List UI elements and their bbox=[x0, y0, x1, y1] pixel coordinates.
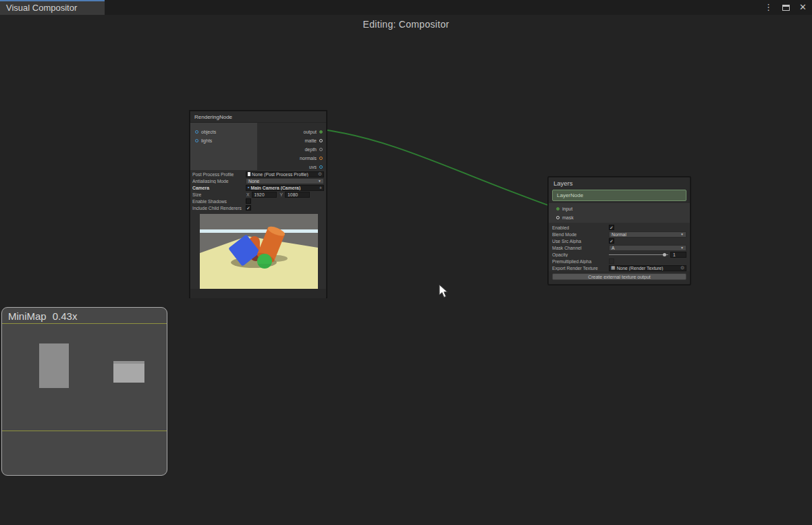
port-normals-dot-icon[interactable] bbox=[319, 157, 323, 160]
size-y-input[interactable]: 1080 bbox=[285, 192, 310, 198]
opacity-slider-knob[interactable] bbox=[663, 253, 666, 256]
property-row-antialiasing-mode: Antialiasing Mode None ▼ bbox=[192, 177, 324, 184]
opacity-slider-track bbox=[609, 254, 668, 255]
mask-channel-value: A bbox=[612, 246, 615, 250]
port-input-dot-icon[interactable] bbox=[556, 207, 560, 211]
rendering-node-properties: Post Process Profile None (Post Process … bbox=[190, 170, 326, 213]
tab-visual-compositor[interactable]: Visual Compositor bbox=[0, 0, 105, 15]
port-matte[interactable]: matte bbox=[304, 136, 323, 145]
port-input[interactable]: input bbox=[556, 204, 572, 213]
port-mask-dot-icon[interactable] bbox=[556, 216, 560, 219]
antialiasing-mode-label: Antialiasing Mode bbox=[192, 179, 246, 184]
minimap-title-text: MiniMap bbox=[8, 310, 47, 322]
property-row-mask-channel: Mask Channel A ▼ bbox=[552, 244, 686, 251]
blend-mode-dropdown[interactable]: Normal ▼ bbox=[609, 231, 686, 238]
port-output[interactable]: output bbox=[304, 128, 323, 136]
property-row-post-process-profile: Post Process Profile None (Post Process … bbox=[192, 171, 324, 177]
layers-panel-title: Layers bbox=[549, 177, 690, 190]
camera-field[interactable]: ▪ Main Camera (Camera) + bbox=[246, 185, 324, 191]
port-uvs-dot-icon[interactable] bbox=[319, 165, 323, 169]
camera-label: Camera bbox=[192, 186, 246, 190]
profile-file-icon bbox=[248, 172, 250, 176]
rendering-node-ports: objects lights output matte depth normal… bbox=[190, 123, 326, 170]
size-y-label: Y bbox=[280, 192, 283, 197]
render-preview-wrap bbox=[190, 213, 326, 289]
use-src-alpha-checkbox[interactable]: ✓ bbox=[609, 238, 614, 244]
port-output-label: output bbox=[304, 130, 317, 134]
camera-value: Main Camera (Camera) bbox=[250, 186, 317, 190]
mask-channel-dropdown[interactable]: A ▼ bbox=[609, 245, 686, 251]
port-mask[interactable]: mask bbox=[556, 213, 574, 222]
object-picker-icon[interactable]: ⊙ bbox=[318, 171, 322, 177]
premultiplied-alpha-checkbox[interactable] bbox=[609, 258, 614, 264]
port-matte-label: matte bbox=[304, 138, 317, 143]
enable-shadows-label: Enable Shadows bbox=[192, 199, 246, 204]
export-render-texture-value: None (Render Texture) bbox=[617, 266, 680, 271]
port-normals-label: normals bbox=[300, 156, 317, 161]
size-label: Size bbox=[192, 192, 246, 197]
rendering-node[interactable]: RenderingNode objects lights output matt… bbox=[190, 111, 327, 298]
property-row-enabled: Enabled ✓ bbox=[552, 224, 686, 231]
post-process-profile-field[interactable]: None (Post Process Profile) ⊙ bbox=[246, 171, 324, 177]
layer-node-ports: input mask bbox=[549, 203, 690, 223]
layer-node-selected[interactable]: LayerNode bbox=[552, 190, 686, 201]
property-row-camera: Camera ▪ Main Camera (Camera) + bbox=[192, 184, 324, 191]
port-output-dot-icon[interactable] bbox=[319, 130, 323, 134]
use-src-alpha-label: Use Src Alpha bbox=[552, 239, 609, 244]
mask-channel-label: Mask Channel bbox=[552, 246, 609, 250]
render-texture-icon: ▦ bbox=[611, 265, 616, 271]
chevron-down-icon: ▼ bbox=[680, 246, 684, 250]
port-objects-dot-icon[interactable] bbox=[195, 130, 198, 134]
post-process-profile-value: None (Post Process Profile) bbox=[252, 172, 317, 177]
camera-icon: ▪ bbox=[248, 186, 249, 190]
chevron-down-icon: ▼ bbox=[680, 232, 684, 236]
port-objects[interactable]: objects bbox=[195, 128, 216, 136]
object-picker-icon[interactable]: ⊙ bbox=[680, 265, 684, 271]
port-mask-label: mask bbox=[562, 215, 574, 220]
port-depth-dot-icon[interactable] bbox=[319, 148, 323, 151]
close-icon[interactable]: ✕ bbox=[799, 0, 807, 15]
opacity-slider[interactable] bbox=[609, 252, 668, 258]
render-preview-image bbox=[200, 214, 318, 289]
window-titlebar: Visual Compositor ⋮ ✕ bbox=[0, 0, 812, 15]
opacity-value-input[interactable]: 1 bbox=[670, 252, 686, 258]
include-child-renderers-checkbox[interactable]: ✓ bbox=[246, 205, 251, 211]
property-row-blend-mode: Blend Mode Normal ▼ bbox=[552, 231, 686, 238]
tab-label: Visual Compositor bbox=[6, 3, 77, 13]
chevron-down-icon: ▼ bbox=[318, 179, 321, 183]
enabled-checkbox[interactable]: ✓ bbox=[609, 225, 614, 230]
minimap-panel[interactable]: MiniMap 0.43x bbox=[1, 307, 167, 476]
export-render-texture-label: Export Render Texture bbox=[552, 266, 609, 271]
premultiplied-alpha-label: Premultiplied Alpha bbox=[552, 259, 609, 264]
property-row-opacity: Opacity 1 bbox=[552, 251, 686, 258]
port-matte-dot-icon[interactable] bbox=[319, 139, 323, 142]
layers-panel[interactable]: Layers LayerNode input mask Enabled ✓ Bl… bbox=[548, 177, 691, 285]
create-external-texture-output-button[interactable]: Create external texture output bbox=[552, 273, 686, 280]
minimap-zoom-level: 0.43x bbox=[53, 310, 78, 322]
window-menu-icon[interactable]: ⋮ bbox=[764, 0, 773, 15]
camera-target-icon[interactable]: + bbox=[319, 186, 322, 190]
layer-properties: Enabled ✓ Blend Mode Normal ▼ Use Src Al… bbox=[549, 223, 690, 271]
port-normals[interactable]: normals bbox=[300, 154, 323, 163]
port-depth-label: depth bbox=[304, 147, 317, 152]
minimap-title: MiniMap 0.43x bbox=[2, 308, 167, 322]
export-render-texture-field[interactable]: ▦ None (Render Texture) ⊙ bbox=[609, 265, 686, 271]
post-process-profile-label: Post Process Profile bbox=[192, 172, 246, 177]
size-x-input[interactable]: 1920 bbox=[252, 192, 277, 198]
size-x-label: X bbox=[246, 192, 250, 197]
enabled-label: Enabled bbox=[552, 225, 609, 230]
port-lights[interactable]: lights bbox=[195, 136, 212, 145]
port-uvs[interactable]: uvs bbox=[309, 163, 323, 171]
opacity-label: Opacity bbox=[552, 252, 609, 257]
minimap-node-layer bbox=[113, 361, 144, 383]
port-depth[interactable]: depth bbox=[304, 145, 323, 154]
enable-shadows-checkbox[interactable] bbox=[246, 198, 251, 204]
minimap-node-rendering bbox=[39, 343, 69, 388]
rendering-node-footer bbox=[190, 289, 326, 298]
antialiasing-mode-dropdown[interactable]: None ▼ bbox=[246, 178, 324, 184]
port-lights-dot-icon[interactable] bbox=[195, 139, 198, 142]
port-input-label: input bbox=[562, 206, 572, 211]
rendering-node-title[interactable]: RenderingNode bbox=[190, 111, 326, 123]
property-row-export-render-texture: Export Render Texture ▦ None (Render Tex… bbox=[552, 265, 686, 271]
maximize-icon[interactable] bbox=[782, 5, 790, 11]
